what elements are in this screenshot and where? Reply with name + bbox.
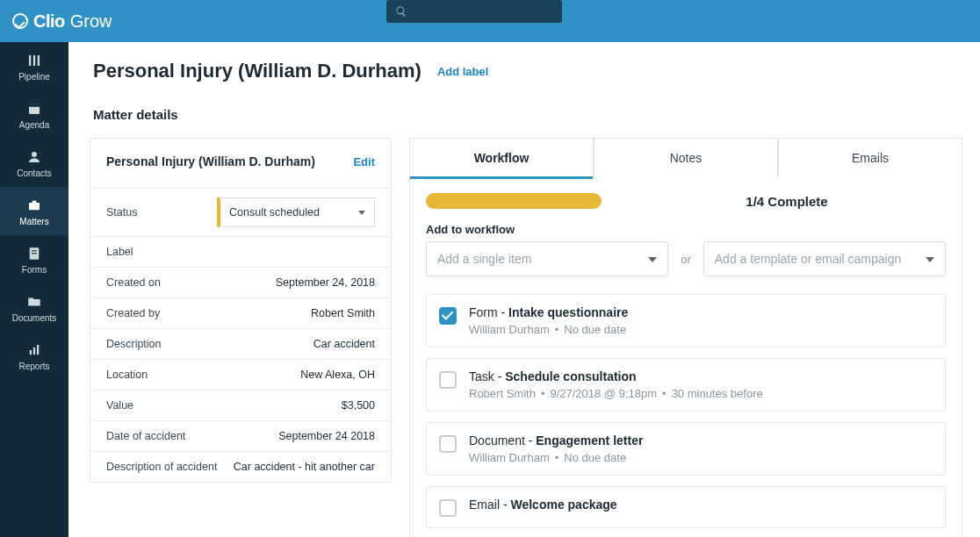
section-title: Matter details (68, 82, 980, 131)
sidebar-item-contacts[interactable]: Contacts (0, 139, 68, 187)
detail-row: Label (90, 236, 391, 267)
logo-grow-text: Grow (70, 11, 112, 32)
workflow-checkbox[interactable] (439, 499, 457, 517)
workflow-item-title: Document - Engagement letter (469, 433, 933, 448)
logo-clio-text: Clio (33, 11, 65, 32)
tab-bar: WorkflowNotesEmails (409, 138, 962, 177)
svg-rect-2 (38, 55, 40, 66)
svg-rect-13 (37, 345, 39, 354)
detail-label: Created by (106, 307, 160, 319)
tab-workflow[interactable]: Workflow (409, 138, 594, 177)
svg-rect-10 (32, 253, 37, 254)
workflow-checkbox[interactable] (439, 371, 457, 389)
sidebar-item-documents[interactable]: Documents (0, 283, 68, 332)
detail-row: LocationNew Alexa, OH (90, 359, 391, 390)
briefcase-icon (26, 197, 42, 213)
workflow-item: Form - Intake questionnaireWilliam Durha… (426, 294, 946, 347)
detail-value: September 24, 2018 (276, 276, 375, 289)
edit-button[interactable]: Edit (353, 155, 375, 168)
user-icon (26, 149, 42, 165)
sidebar-item-label: Documents (12, 313, 57, 323)
sidebar-item-agenda[interactable]: Agenda (0, 90, 68, 139)
detail-row: Created onSeptember 24, 2018 (90, 267, 391, 297)
add-single-item-select[interactable]: Add a single item (426, 241, 668, 276)
sidebar-item-label: Contacts (17, 168, 51, 178)
workflow-item: Task - Schedule consultationRobert Smith… (426, 358, 946, 412)
add-template-placeholder: Add a template or email campaign (715, 252, 901, 266)
logo-check-icon (12, 13, 28, 29)
sidebar-item-pipeline[interactable]: Pipeline (0, 42, 68, 90)
folder-icon (26, 294, 42, 310)
detail-value: September 24 2018 (278, 430, 375, 442)
detail-label: Date of accident (106, 430, 185, 442)
workflow-item-meta: Robert Smith9/27/2018 @ 9:18pm30 minutes… (469, 387, 933, 400)
logo[interactable]: Clio Grow (12, 11, 112, 32)
svg-rect-9 (32, 250, 37, 251)
detail-value: $3,500 (342, 399, 375, 412)
detail-label: Description of accident (106, 461, 217, 473)
page-title: Personal Injury (William D. Durham) (93, 60, 422, 82)
calendar-icon (26, 101, 42, 117)
workflow-checkbox[interactable] (439, 307, 457, 325)
svg-rect-4 (29, 104, 40, 107)
workflow-item-title: Task - Schedule consultation (469, 369, 933, 383)
sidebar-item-matters[interactable]: Matters (0, 187, 68, 235)
status-value: Consult scheduled (229, 206, 320, 218)
detail-value: Robert Smith (311, 307, 375, 319)
workflow-checkbox[interactable] (439, 435, 457, 453)
pipeline-icon (26, 53, 42, 68)
workflow-item-meta: William DurhamNo due date (469, 323, 933, 336)
sidebar-item-label: Matters (19, 217, 48, 226)
workflow-item-meta: William DurhamNo due date (469, 451, 933, 464)
or-text: or (681, 253, 691, 266)
workflow-panel: 1/4 Complete Add to workflow Add a singl… (409, 177, 962, 537)
detail-label: Created on (106, 276, 161, 289)
sidebar-item-label: Reports (18, 362, 49, 371)
progress-text: 1/4 Complete (628, 194, 946, 209)
sidebar-item-label: Agenda (19, 120, 49, 130)
add-to-workflow-label: Add to workflow (426, 223, 946, 236)
detail-row: Date of accidentSeptember 24 2018 (90, 420, 391, 451)
detail-value: New Alexa, OH (300, 369, 375, 381)
svg-point-5 (32, 152, 37, 157)
sidebar-item-label: Pipeline (18, 72, 50, 82)
detail-label: Description (106, 338, 162, 350)
workflow-item: Document - Engagement letterWilliam Durh… (426, 422, 946, 476)
status-label: Status (106, 206, 137, 218)
details-card-title: Personal Injury (William D. Durham) (106, 154, 315, 168)
search-input[interactable] (386, 0, 562, 23)
svg-rect-0 (29, 55, 31, 66)
tab-emails[interactable]: Emails (778, 138, 962, 177)
form-icon (26, 246, 42, 261)
matter-details-card: Personal Injury (William D. Durham) Edit… (90, 138, 392, 483)
workflow-item: Email - Welcome package (426, 486, 946, 528)
svg-rect-1 (33, 55, 35, 66)
sidebar-item-reports[interactable]: Reports (0, 332, 68, 380)
tab-notes[interactable]: Notes (594, 138, 778, 177)
workflow-item-title: Form - Intake questionnaire (469, 305, 933, 319)
detail-label: Location (106, 369, 148, 381)
detail-label: Value (106, 399, 133, 412)
detail-value: Car accident (313, 338, 375, 350)
svg-rect-12 (33, 347, 35, 354)
search-icon (395, 5, 407, 18)
sidebar-item-label: Forms (22, 265, 47, 275)
svg-rect-6 (29, 203, 40, 210)
progress-bar (426, 193, 602, 209)
main-content: Personal Injury (William D. Durham) Add … (68, 42, 980, 537)
detail-label: Label (106, 246, 133, 258)
detail-row: DescriptionCar accident (90, 328, 391, 359)
detail-row: Created byRobert Smith (90, 297, 391, 328)
detail-row: Value$3,500 (90, 390, 391, 420)
detail-row: Description of accidentCar accident - hi… (90, 451, 391, 482)
top-bar: Clio Grow (0, 0, 980, 42)
add-template-select[interactable]: Add a template or email campaign (703, 241, 946, 276)
svg-rect-7 (32, 201, 37, 203)
sidebar: PipelineAgendaContactsMattersFormsDocume… (0, 42, 68, 537)
detail-value: Car accident - hit another car (234, 461, 375, 473)
add-label-link[interactable]: Add label (437, 65, 489, 78)
status-select[interactable]: Consult scheduled (217, 197, 375, 227)
workflow-item-title: Email - Welcome package (469, 498, 933, 512)
svg-rect-11 (30, 350, 32, 354)
sidebar-item-forms[interactable]: Forms (0, 235, 68, 283)
